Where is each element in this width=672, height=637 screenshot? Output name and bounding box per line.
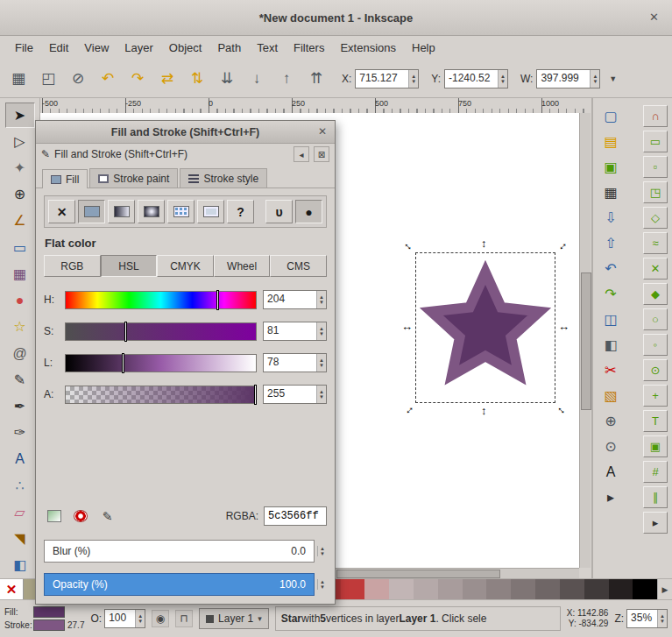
snap-rotation-centers-button[interactable]: +: [643, 385, 668, 407]
paint-unknown-paint-button[interactable]: ?: [227, 200, 254, 223]
tool-selector[interactable]: ➤: [5, 103, 35, 128]
tool-spiral[interactable]: @: [5, 341, 35, 366]
tool-3d-box[interactable]: ▦: [5, 261, 35, 287]
tool-pencil[interactable]: ✎: [5, 367, 35, 393]
text-and-font-button[interactable]: A: [598, 461, 623, 484]
spin-down-button[interactable]: ▼: [320, 584, 325, 590]
snap-cusp-nodes-button[interactable]: ◆: [643, 283, 668, 305]
menu-view[interactable]: View: [76, 38, 117, 58]
tool-star[interactable]: ☆: [5, 315, 35, 340]
print-button[interactable]: ▦: [598, 181, 623, 204]
hue-slider-marker[interactable]: [216, 290, 219, 310]
fill-stroke-indicator[interactable]: Fill: Stroke: 27.7: [4, 606, 84, 631]
spin-down-button[interactable]: ▼: [660, 619, 665, 624]
linear-gradient-swatch-button[interactable]: [44, 506, 65, 526]
spin-down-button[interactable]: ▼: [411, 79, 416, 84]
mode-cms-button[interactable]: CMS: [270, 255, 327, 277]
palette-swatch-17[interactable]: [438, 579, 463, 599]
tool-spray[interactable]: ∴: [5, 473, 35, 499]
saturation-spinbox[interactable]: 81 ▲▼: [263, 322, 327, 341]
menu-layer[interactable]: Layer: [117, 38, 161, 58]
lightness-slider[interactable]: [65, 354, 257, 372]
fill-rule-nonzero-button[interactable]: ●: [295, 200, 322, 223]
w-spinbox[interactable]: 397.999 ▲▼: [536, 69, 600, 88]
stroke-swatch[interactable]: [33, 619, 65, 631]
tab-fill[interactable]: Fill: [42, 169, 88, 188]
zoom-page-button[interactable]: ⊙: [598, 435, 623, 458]
layer-visibility-icon[interactable]: ◉: [152, 610, 169, 627]
x-spinbox[interactable]: 715.127 ▲▼: [355, 69, 419, 88]
undo-button[interactable]: ↶: [598, 258, 623, 280]
spin-down-button[interactable]: ▼: [138, 619, 143, 624]
mode-hsl-button[interactable]: HSL: [101, 255, 158, 277]
menu-file[interactable]: File: [7, 38, 41, 58]
paint-linear-gradient-button[interactable]: [108, 200, 135, 223]
flip-vertical-button[interactable]: ⇅: [184, 66, 210, 92]
menu-extensions[interactable]: Extensions: [332, 38, 404, 58]
raise-to-top-button[interactable]: ⇈: [303, 66, 329, 92]
y-spinbox[interactable]: -1240.52 ▲▼: [444, 69, 508, 88]
spin-down-button[interactable]: ▼: [319, 300, 324, 305]
mode-cmyk-button[interactable]: CMYK: [157, 255, 214, 277]
alpha-spinbox[interactable]: 255 ▲▼: [263, 385, 327, 404]
palette-swatch-22[interactable]: [560, 579, 584, 599]
lower-button[interactable]: ↓: [244, 66, 270, 92]
zoom-spinbox[interactable]: 35% ▲▼: [626, 609, 668, 628]
snap-text-baselines-button[interactable]: T: [643, 410, 668, 432]
menu-help[interactable]: Help: [404, 38, 443, 58]
tool-rectangle[interactable]: ▭: [5, 235, 35, 260]
layer-lock-icon[interactable]: ⊓: [175, 610, 193, 627]
snap-bbox-corners-button[interactable]: ◳: [643, 181, 668, 203]
palette-swatch-24[interactable]: [609, 579, 633, 599]
saturation-slider[interactable]: [65, 322, 257, 341]
snap-intersections-button[interactable]: ✕: [643, 258, 668, 280]
redo-button[interactable]: ↷: [598, 283, 623, 306]
snap-grids-button[interactable]: #: [643, 461, 668, 483]
palette-swatch-23[interactable]: [584, 579, 609, 599]
tool-eraser[interactable]: ▱: [5, 499, 35, 525]
flip-horizontal-button[interactable]: ⇄: [154, 66, 180, 92]
palette-swatch-16[interactable]: [414, 579, 438, 599]
color-picker-button[interactable]: ✐: [96, 506, 117, 526]
spin-buttons[interactable]: ▲▼: [317, 579, 327, 590]
select-all-button[interactable]: ▦: [5, 66, 32, 92]
selection-handle-sw[interactable]: ↔: [400, 401, 416, 417]
palette-no-color-swatch[interactable]: ✕: [0, 579, 24, 599]
spin-buttons[interactable]: ▲▼: [317, 546, 327, 556]
snap-bbox-edges-button[interactable]: ▫: [643, 156, 668, 178]
spin-buttons[interactable]: ▲▼: [316, 291, 326, 308]
menu-text[interactable]: Text: [249, 38, 286, 58]
rotate-ccw-button[interactable]: ↶: [95, 66, 121, 92]
export-button[interactable]: ⇧: [598, 232, 623, 255]
mode-wheel-button[interactable]: Wheel: [214, 255, 271, 277]
raise-button[interactable]: ↑: [273, 66, 300, 92]
paint-pattern-button[interactable]: [167, 200, 195, 223]
spin-down-button[interactable]: ▼: [319, 363, 324, 368]
duplicate-button[interactable]: ◫: [598, 308, 623, 331]
spin-down-button[interactable]: ▼: [592, 79, 598, 84]
tool-paint-bucket[interactable]: ◥: [5, 527, 35, 552]
select-all-layers-button[interactable]: ◰: [35, 66, 61, 92]
spin-buttons[interactable]: ▲▼: [316, 386, 326, 403]
deselect-button[interactable]: ⊘: [65, 66, 91, 92]
snap-overflow-button[interactable]: ▸: [643, 512, 668, 534]
tool-text[interactable]: A: [5, 447, 35, 472]
paint-swatch-button[interactable]: [197, 200, 224, 223]
palette-swatch-14[interactable]: [364, 579, 389, 599]
palette-swatch-18[interactable]: [463, 579, 487, 599]
palette-swatch-21[interactable]: [535, 579, 560, 599]
hue-slider[interactable]: [65, 291, 257, 309]
palette-swatch-13[interactable]: [341, 579, 365, 599]
selection-handle-s[interactable]: ↔: [479, 406, 491, 417]
layer-selector[interactable]: Layer 1 ▾: [199, 608, 269, 629]
menu-edit[interactable]: Edit: [41, 38, 76, 58]
dialog-titlebar[interactable]: Fill and Stroke (Shift+Ctrl+F) ✕: [36, 121, 335, 144]
palette-swatch-20[interactable]: [511, 579, 535, 599]
hue-spinbox[interactable]: 204 ▲▼: [263, 290, 327, 309]
selection-handle-ne[interactable]: ↔: [554, 237, 569, 253]
tool-calligraphy[interactable]: ✑: [5, 421, 35, 446]
snap-midpoints-button[interactable]: ◦: [643, 334, 668, 356]
tab-stroke-style[interactable]: Stroke style: [180, 168, 267, 188]
object-opacity-spinbox[interactable]: 100 ▲▼: [104, 609, 145, 628]
menu-object[interactable]: Object: [161, 38, 210, 58]
